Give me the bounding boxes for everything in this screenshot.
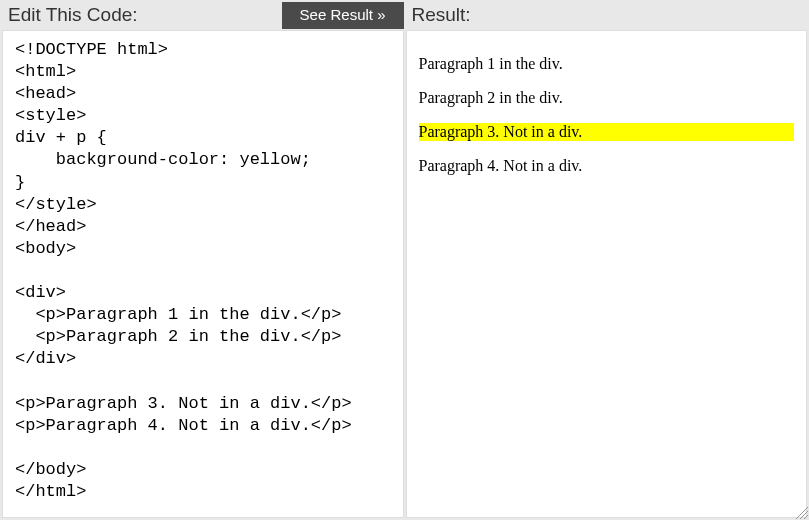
- resize-handle-icon[interactable]: [793, 504, 809, 520]
- result-paragraph: Paragraph 1 in the div.: [419, 55, 795, 73]
- see-result-button[interactable]: See Result »: [282, 2, 404, 29]
- editor-panel: Edit This Code: See Result » <!DOCTYPE h…: [2, 2, 404, 518]
- editor-body: <!DOCTYPE html> <html> <head> <style> di…: [2, 30, 404, 518]
- code-editor[interactable]: <!DOCTYPE html> <html> <head> <style> di…: [15, 39, 391, 509]
- result-paragraph: Paragraph 3. Not in a div.: [419, 123, 795, 141]
- app-container: Edit This Code: See Result » <!DOCTYPE h…: [0, 0, 809, 520]
- svg-line-2: [804, 515, 808, 519]
- result-body: Paragraph 1 in the div. Paragraph 2 in t…: [406, 30, 808, 518]
- result-paragraph: Paragraph 4. Not in a div.: [419, 157, 795, 175]
- result-header: Result:: [406, 2, 808, 30]
- result-panel: Result: Paragraph 1 in the div. Paragrap…: [406, 2, 808, 518]
- result-paragraph: Paragraph 2 in the div.: [419, 89, 795, 107]
- svg-line-1: [800, 511, 808, 519]
